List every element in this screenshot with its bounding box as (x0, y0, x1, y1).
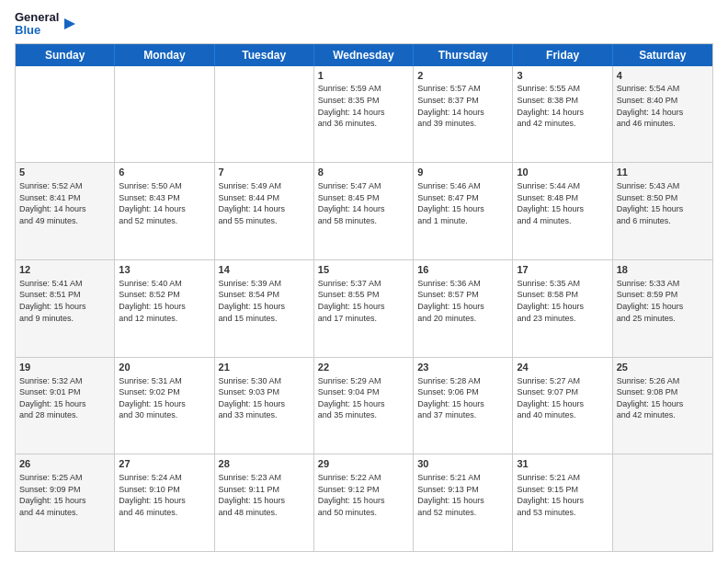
day-number: 22 (318, 361, 409, 374)
day-info: Sunrise: 5:27 AM Sunset: 9:07 PM Dayligh… (517, 375, 608, 421)
calendar-cell: 16Sunrise: 5:36 AM Sunset: 8:57 PM Dayli… (414, 260, 513, 357)
day-info: Sunrise: 5:22 AM Sunset: 9:12 PM Dayligh… (318, 472, 409, 518)
calendar-cell: 17Sunrise: 5:35 AM Sunset: 8:58 PM Dayli… (513, 260, 612, 357)
day-number: 12 (19, 263, 110, 277)
day-info: Sunrise: 5:46 AM Sunset: 8:47 PM Dayligh… (417, 180, 508, 226)
day-number: 24 (517, 361, 608, 374)
calendar-cell: 4Sunrise: 5:54 AM Sunset: 8:40 PM Daylig… (613, 66, 712, 163)
calendar-cell: 19Sunrise: 5:32 AM Sunset: 9:01 PM Dayli… (16, 358, 115, 454)
day-info: Sunrise: 5:28 AM Sunset: 9:06 PM Dayligh… (417, 375, 508, 421)
day-info: Sunrise: 5:31 AM Sunset: 9:02 PM Dayligh… (119, 375, 210, 421)
day-number: 13 (119, 263, 210, 277)
calendar-body: 1Sunrise: 5:59 AM Sunset: 8:35 PM Daylig… (16, 66, 712, 551)
calendar-week-1: 1Sunrise: 5:59 AM Sunset: 8:35 PM Daylig… (16, 66, 712, 164)
day-info: Sunrise: 5:55 AM Sunset: 8:38 PM Dayligh… (517, 83, 608, 129)
day-number: 1 (318, 69, 409, 83)
day-info: Sunrise: 5:29 AM Sunset: 9:04 PM Dayligh… (318, 375, 409, 421)
day-number: 18 (617, 263, 709, 277)
day-info: Sunrise: 5:32 AM Sunset: 9:01 PM Dayligh… (19, 375, 110, 421)
calendar-week-4: 19Sunrise: 5:32 AM Sunset: 9:01 PM Dayli… (16, 358, 712, 455)
day-number: 5 (19, 166, 110, 179)
calendar-week-5: 26Sunrise: 5:25 AM Sunset: 9:09 PM Dayli… (16, 454, 712, 551)
day-header-monday: Monday (115, 44, 214, 66)
day-info: Sunrise: 5:40 AM Sunset: 8:52 PM Dayligh… (119, 278, 210, 324)
day-info: Sunrise: 5:21 AM Sunset: 9:15 PM Dayligh… (517, 472, 608, 518)
day-info: Sunrise: 5:41 AM Sunset: 8:51 PM Dayligh… (19, 278, 110, 324)
day-number: 23 (417, 361, 508, 374)
day-info: Sunrise: 5:49 AM Sunset: 8:44 PM Dayligh… (219, 180, 310, 226)
day-info: Sunrise: 5:59 AM Sunset: 8:35 PM Dayligh… (318, 83, 409, 129)
calendar-cell: 2Sunrise: 5:57 AM Sunset: 8:37 PM Daylig… (414, 66, 513, 163)
svg-marker-0 (64, 18, 75, 29)
day-header-sunday: Sunday (16, 44, 115, 66)
day-info: Sunrise: 5:36 AM Sunset: 8:57 PM Dayligh… (417, 278, 508, 324)
day-info: Sunrise: 5:23 AM Sunset: 9:11 PM Dayligh… (219, 472, 310, 518)
calendar-cell: 9Sunrise: 5:46 AM Sunset: 8:47 PM Daylig… (414, 163, 513, 259)
day-number: 4 (617, 69, 709, 83)
calendar-cell: 30Sunrise: 5:21 AM Sunset: 9:13 PM Dayli… (414, 454, 513, 551)
page: General Blue SundayMondayTuesdayWednesda… (0, 0, 728, 563)
calendar-cell: 28Sunrise: 5:23 AM Sunset: 9:11 PM Dayli… (215, 454, 314, 551)
day-number: 3 (517, 69, 608, 83)
day-number: 8 (318, 166, 409, 179)
calendar-cell: 18Sunrise: 5:33 AM Sunset: 8:59 PM Dayli… (613, 260, 712, 357)
day-number: 21 (219, 361, 310, 374)
day-number: 28 (219, 457, 310, 471)
calendar-cell (613, 454, 712, 551)
calendar-cell: 1Sunrise: 5:59 AM Sunset: 8:35 PM Daylig… (314, 66, 414, 163)
logo-text: General Blue (15, 11, 79, 38)
calendar-cell (215, 66, 314, 163)
day-info: Sunrise: 5:30 AM Sunset: 9:03 PM Dayligh… (219, 375, 310, 421)
day-number: 29 (318, 457, 409, 471)
day-info: Sunrise: 5:21 AM Sunset: 9:13 PM Dayligh… (417, 472, 508, 518)
day-info: Sunrise: 5:39 AM Sunset: 8:54 PM Dayligh… (219, 278, 310, 324)
day-number: 2 (417, 69, 508, 83)
day-number: 16 (417, 263, 508, 277)
header: General Blue (15, 11, 713, 38)
logo: General Blue (15, 11, 79, 38)
calendar-cell: 29Sunrise: 5:22 AM Sunset: 9:12 PM Dayli… (314, 454, 414, 551)
day-info: Sunrise: 5:47 AM Sunset: 8:45 PM Dayligh… (318, 180, 409, 226)
day-number: 14 (219, 263, 310, 277)
day-number: 31 (517, 457, 608, 471)
day-number: 15 (318, 263, 409, 277)
calendar-cell: 24Sunrise: 5:27 AM Sunset: 9:07 PM Dayli… (513, 358, 612, 454)
calendar-week-3: 12Sunrise: 5:41 AM Sunset: 8:51 PM Dayli… (16, 260, 712, 358)
calendar-cell: 21Sunrise: 5:30 AM Sunset: 9:03 PM Dayli… (215, 358, 314, 454)
calendar-cell: 27Sunrise: 5:24 AM Sunset: 9:10 PM Dayli… (115, 454, 214, 551)
calendar-cell (16, 66, 115, 163)
day-info: Sunrise: 5:44 AM Sunset: 8:48 PM Dayligh… (517, 180, 608, 226)
day-header-friday: Friday (513, 44, 612, 66)
day-info: Sunrise: 5:52 AM Sunset: 8:41 PM Dayligh… (19, 180, 110, 226)
day-number: 19 (19, 361, 110, 374)
day-info: Sunrise: 5:24 AM Sunset: 9:10 PM Dayligh… (119, 472, 210, 518)
calendar: SundayMondayTuesdayWednesdayThursdayFrid… (15, 43, 713, 552)
day-number: 30 (417, 457, 508, 471)
day-number: 26 (19, 457, 110, 471)
day-info: Sunrise: 5:25 AM Sunset: 9:09 PM Dayligh… (19, 472, 110, 518)
calendar-cell: 3Sunrise: 5:55 AM Sunset: 8:38 PM Daylig… (513, 66, 612, 163)
day-info: Sunrise: 5:37 AM Sunset: 8:55 PM Dayligh… (318, 278, 409, 324)
calendar-cell: 10Sunrise: 5:44 AM Sunset: 8:48 PM Dayli… (513, 163, 612, 259)
day-number: 6 (119, 166, 210, 179)
day-number: 10 (517, 166, 608, 179)
calendar-cell: 6Sunrise: 5:50 AM Sunset: 8:43 PM Daylig… (115, 163, 214, 259)
day-number: 11 (617, 166, 709, 179)
calendar-header: SundayMondayTuesdayWednesdayThursdayFrid… (16, 44, 712, 66)
day-number: 20 (119, 361, 210, 374)
calendar-cell: 25Sunrise: 5:26 AM Sunset: 9:08 PM Dayli… (613, 358, 712, 454)
calendar-cell: 31Sunrise: 5:21 AM Sunset: 9:15 PM Dayli… (513, 454, 612, 551)
logo-arrow-icon (61, 15, 79, 33)
day-info: Sunrise: 5:50 AM Sunset: 8:43 PM Dayligh… (119, 180, 210, 226)
calendar-cell: 13Sunrise: 5:40 AM Sunset: 8:52 PM Dayli… (115, 260, 214, 357)
day-header-saturday: Saturday (613, 44, 712, 66)
day-header-tuesday: Tuesday (215, 44, 314, 66)
calendar-cell: 23Sunrise: 5:28 AM Sunset: 9:06 PM Dayli… (414, 358, 513, 454)
calendar-cell: 26Sunrise: 5:25 AM Sunset: 9:09 PM Dayli… (16, 454, 115, 551)
day-info: Sunrise: 5:57 AM Sunset: 8:37 PM Dayligh… (417, 83, 508, 129)
day-number: 25 (617, 361, 709, 374)
day-number: 9 (417, 166, 508, 179)
calendar-cell: 22Sunrise: 5:29 AM Sunset: 9:04 PM Dayli… (314, 358, 414, 454)
day-header-thursday: Thursday (414, 44, 513, 66)
calendar-cell: 7Sunrise: 5:49 AM Sunset: 8:44 PM Daylig… (215, 163, 314, 259)
